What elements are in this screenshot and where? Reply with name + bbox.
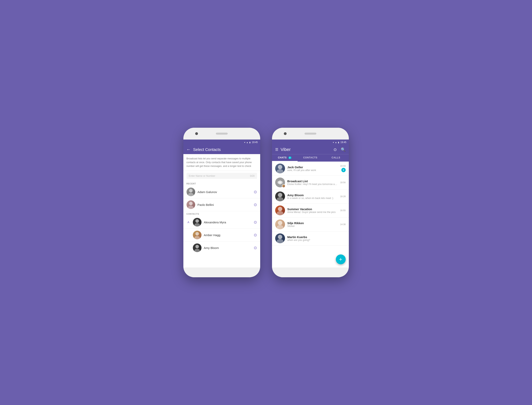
chat-content-amy-bloom: Amy Bloom In a week or so, when im back … bbox=[287, 193, 338, 200]
tab-calls[interactable]: CALLS bbox=[323, 154, 349, 162]
chat-item-broadcast[interactable]: Broadcast List Eloise Koiller: Hey! I'll… bbox=[272, 176, 349, 189]
chat-unread-jack: 3 bbox=[341, 168, 346, 172]
chat-item-amy-bloom[interactable]: Amy Bloom In a week or so, when im back … bbox=[272, 189, 349, 203]
svg-point-5 bbox=[194, 223, 200, 227]
battery-icon-2: ▮ bbox=[338, 141, 339, 143]
status-time-1: 19:45 bbox=[252, 141, 258, 144]
phone-1-bottom-bar bbox=[183, 267, 260, 277]
phone-2-speaker bbox=[304, 133, 316, 135]
chat-content-broadcast: Broadcast List Eloise Koiller: Hey! I'll… bbox=[287, 179, 338, 186]
svg-point-4 bbox=[195, 219, 199, 223]
status-bar-2: ▾ ▲ ▮ 19:45 bbox=[272, 140, 349, 145]
avatar-adam bbox=[187, 188, 195, 196]
svg-point-11 bbox=[277, 169, 283, 173]
svg-point-19 bbox=[277, 225, 283, 229]
phone-1: ▾ ▲ ▮ 19:45 ← Select Contacts Broadcast … bbox=[183, 128, 260, 277]
viber-app-title: Viber bbox=[281, 147, 330, 152]
chat-time-jack: 19:44 bbox=[340, 165, 346, 167]
chat-meta-amy-bloom: 18:28 bbox=[340, 195, 346, 198]
menu-icon[interactable]: ☰ bbox=[275, 147, 278, 152]
phone-2: ▾ ▲ ▮ 19:45 ☰ Viber ⊙ 🔍 CHATS 3 CONTACTS bbox=[272, 128, 349, 277]
chat-item-martin[interactable]: Martin Kuerbs when are you going? bbox=[272, 231, 349, 245]
chat-meta-summer: 16:55 bbox=[340, 209, 346, 212]
phone-1-camera bbox=[195, 132, 198, 135]
chat-item-summer[interactable]: Summer Vacation Anna Meraz: Guys! please… bbox=[272, 203, 349, 217]
svg-point-3 bbox=[188, 206, 193, 209]
tab-chats-label: CHATS bbox=[278, 156, 287, 159]
signal-icon-2: ▲ bbox=[335, 141, 337, 143]
chat-name-summer: Summer Vacation bbox=[287, 207, 338, 211]
phone-2-bottom-bar bbox=[272, 267, 349, 277]
avatar-summer bbox=[275, 205, 285, 215]
phone-2-top-bar bbox=[272, 128, 349, 140]
contact-name-amy: Amy Bloom bbox=[204, 246, 251, 250]
viber-icon-amy: ⊙ bbox=[254, 245, 257, 250]
contact-item-amber[interactable]: Amber Hagg ⊙ bbox=[183, 229, 260, 242]
chat-name-martin: Martin Kuerbs bbox=[287, 235, 343, 239]
battery-icon-1: ▮ bbox=[249, 141, 250, 143]
contact-item-paolo[interactable]: Paolo Bellini ⊙ bbox=[183, 198, 260, 211]
avatar-jack bbox=[275, 163, 285, 173]
contact-item-adam[interactable]: Adam Galunov ⊙ bbox=[183, 186, 260, 198]
avatar-amber bbox=[193, 231, 201, 239]
chat-meta-silje: 14:38 bbox=[340, 223, 346, 226]
avatar-amy-bloom-2 bbox=[275, 191, 285, 201]
broadcast-badge-img bbox=[282, 184, 285, 188]
svg-point-1 bbox=[188, 193, 193, 196]
contact-item-amy[interactable]: Amy Bloom ⊙ bbox=[183, 242, 260, 254]
contact-name-paolo: Paolo Bellini bbox=[198, 203, 251, 206]
svg-point-16 bbox=[278, 207, 282, 211]
chat-item-silje[interactable]: Silje Rikken Sticker 14:38 bbox=[272, 217, 349, 231]
chat-name-jack: Jack Geller bbox=[287, 166, 338, 169]
phones-container: ▾ ▲ ▮ 19:45 ← Select Contacts Broadcast … bbox=[183, 128, 349, 277]
svg-point-8 bbox=[195, 245, 199, 248]
back-button[interactable]: ← bbox=[187, 147, 191, 152]
search-icon[interactable]: 🔍 bbox=[341, 147, 346, 152]
contact-name-amber: Amber Hagg bbox=[204, 233, 251, 237]
contact-name-alex: Alexandera Myra bbox=[204, 221, 251, 224]
svg-point-9 bbox=[194, 249, 200, 252]
svg-point-7 bbox=[194, 236, 200, 239]
contacts-label: CONTACTS bbox=[183, 211, 260, 216]
tab-chats[interactable]: CHATS 3 bbox=[272, 154, 298, 162]
svg-point-14 bbox=[278, 193, 282, 197]
chat-preview-martin: when are you going? bbox=[287, 239, 343, 242]
chat-name-silje: Silje Rikken bbox=[287, 221, 338, 225]
viber-icon-alex: ⊙ bbox=[254, 220, 257, 224]
chat-time-broadcast: 18:56 bbox=[340, 181, 346, 184]
svg-point-0 bbox=[189, 189, 193, 192]
phone-1-top-bar bbox=[183, 128, 260, 140]
svg-point-6 bbox=[195, 232, 199, 236]
chat-content-silje: Silje Rikken Sticker bbox=[287, 221, 338, 228]
chat-name-amy-bloom: Amy Bloom bbox=[287, 193, 338, 197]
contact-name-adam: Adam Galunov bbox=[198, 190, 251, 194]
search-count: 0/20 bbox=[250, 175, 255, 177]
tab-calls-label: CALLS bbox=[332, 156, 340, 159]
recent-label: RECENT bbox=[183, 181, 260, 186]
chat-meta-jack: 19:44 3 bbox=[340, 165, 346, 172]
search-bar[interactable]: Enter Name or Number 0/20 bbox=[187, 173, 257, 179]
chat-preview-jack: sure, i'll call you after work bbox=[287, 169, 338, 172]
phone-1-screen: ▾ ▲ ▮ 19:45 ← Select Contacts Broadcast … bbox=[183, 140, 260, 267]
chat-time-amy-bloom: 18:28 bbox=[340, 195, 346, 198]
contact-item-alex[interactable]: A Alexandera Myra ⊙ bbox=[183, 216, 260, 229]
viber-icon-paolo: ⊙ bbox=[254, 202, 257, 207]
avatar-paolo bbox=[187, 200, 195, 209]
status-time-2: 19:45 bbox=[340, 141, 346, 144]
status-bar-1: ▾ ▲ ▮ 19:45 bbox=[183, 140, 260, 145]
chat-item-jack[interactable]: Jack Geller sure, i'll call you after wo… bbox=[272, 162, 349, 176]
avatar-alex bbox=[193, 218, 201, 227]
more-icon[interactable]: ⊙ bbox=[333, 147, 337, 152]
svg-point-17 bbox=[277, 211, 283, 215]
svg-point-21 bbox=[277, 239, 283, 243]
search-placeholder: Enter Name or Number bbox=[189, 174, 215, 177]
svg-point-20 bbox=[278, 235, 282, 239]
tab-contacts-label: CONTACTS bbox=[303, 156, 317, 159]
chat-time-silje: 14:38 bbox=[340, 223, 346, 226]
avatar-amy-bloom-1 bbox=[193, 243, 201, 252]
broadcast-avatar bbox=[275, 177, 285, 187]
fab-new-chat[interactable]: + bbox=[336, 255, 346, 264]
svg-point-10 bbox=[278, 165, 282, 169]
chat-preview-summer: Anna Meraz: Guys! please send me the pic… bbox=[287, 211, 338, 214]
tab-contacts[interactable]: CONTACTS bbox=[298, 154, 323, 162]
